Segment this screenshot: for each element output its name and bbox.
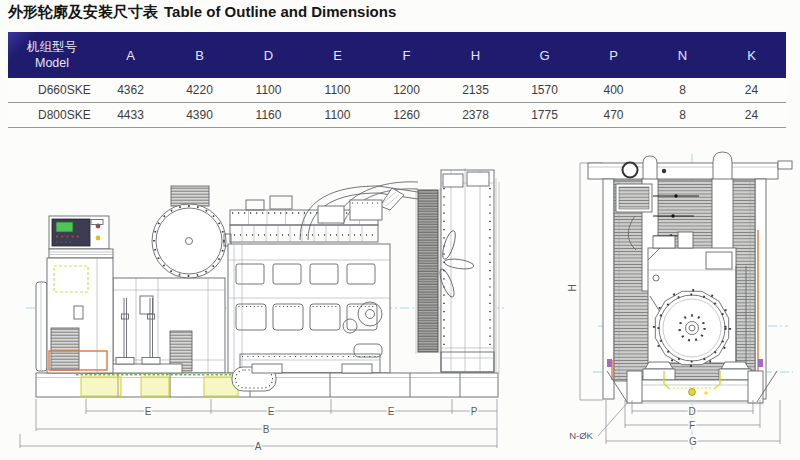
page-title: 外形轮廓及安装尺寸表Table of Outline and Dimension… [8, 3, 396, 22]
engine-block [228, 196, 390, 373]
row-value: 8 [648, 78, 717, 103]
dim-label-b: B [263, 424, 270, 435]
radiator [416, 170, 499, 373]
header-model-en: Model [8, 55, 96, 71]
row-value: 1570 [510, 78, 579, 103]
row-value: 400 [579, 78, 648, 103]
dimension-table: 机组型号 Model A B D E F H G P N K D660SKE 4… [8, 32, 786, 128]
row-value: 2135 [441, 78, 510, 103]
row-value: 4362 [96, 78, 165, 103]
end-view-drawing: H [553, 148, 800, 458]
row-value: 2378 [441, 103, 510, 128]
row-value: 1775 [510, 103, 579, 128]
side-view-drawing: E E E P B A [18, 148, 520, 458]
row-value: 1260 [372, 103, 441, 128]
dim-label-d: D [688, 406, 695, 417]
dim-label-f: F [689, 420, 695, 431]
header-col-p: P [579, 32, 648, 78]
header-col-k: K [717, 32, 786, 78]
dim-label-e1: E [145, 406, 152, 417]
row-model: D800SKE [8, 103, 96, 128]
header-model-zh: 机组型号 [8, 39, 96, 55]
exhaust-piping [300, 182, 418, 240]
dim-label-p: P [471, 406, 478, 417]
header-col-g: G [510, 32, 579, 78]
table-row: D800SKE 4433 4390 1160 1100 1260 2378 17… [8, 103, 786, 128]
h-dimension: H [567, 163, 603, 400]
row-value: 4433 [96, 103, 165, 128]
row-value: 1100 [303, 103, 372, 128]
row-value: 8 [648, 103, 717, 128]
dim-label-a: A [255, 441, 262, 452]
table-row: D660SKE 4362 4220 1100 1100 1200 2135 15… [8, 78, 786, 103]
row-value: 24 [717, 103, 786, 128]
row-value: 1200 [372, 78, 441, 103]
header-col-b: B [165, 32, 234, 78]
dim-label-h: H [567, 284, 578, 291]
page-title-en: Table of Outline and Dimensions [164, 3, 396, 20]
dim-label-e2: E [268, 406, 275, 417]
dim-label-nk: N-ØK [569, 430, 593, 441]
row-value: 4220 [165, 78, 234, 103]
yellow-button [96, 236, 101, 241]
header-col-e: E [303, 32, 372, 78]
row-value: 1100 [303, 78, 372, 103]
header-col-f: F [372, 32, 441, 78]
dim-label-e3: E [388, 406, 395, 417]
row-value: 4390 [165, 103, 234, 128]
control-screen [56, 222, 73, 232]
header-model: 机组型号 Model [8, 32, 96, 78]
dim-label-g: G [689, 436, 697, 447]
row-model: D660SKE [8, 78, 96, 103]
header-col-n: N [648, 32, 717, 78]
dimension-table-header: 机组型号 Model A B D E F H G P N K [8, 32, 786, 78]
row-value: 470 [579, 103, 648, 128]
header-col-d: D [234, 32, 303, 78]
exhaust-outlet [623, 163, 638, 178]
header-col-h: H [441, 32, 510, 78]
row-value: 1160 [234, 103, 303, 128]
row-value: 1100 [234, 78, 303, 103]
air-cleaner [152, 186, 231, 278]
side-view-dimensions: E E E P B A [20, 399, 497, 452]
control-cabinet [47, 216, 113, 373]
end-view-dimensions: D F G N-ØK [569, 400, 780, 447]
row-value: 24 [717, 78, 786, 103]
header-col-a: A [96, 32, 165, 78]
page-title-zh: 外形轮廓及安装尺寸表 [8, 3, 158, 20]
